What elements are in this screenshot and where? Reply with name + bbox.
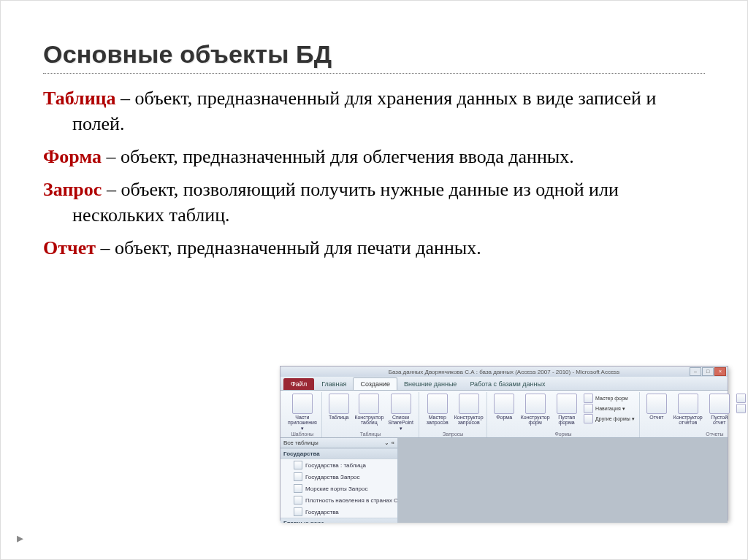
definition-form: Форма – объект, предназначенный для обле… xyxy=(43,144,705,169)
labels-button[interactable]: Наклейки xyxy=(736,404,748,413)
desc-query: – объект, позволяющий получить нужные да… xyxy=(72,179,619,226)
navigation-pane: Все таблицы ⌄ « Государства Государства … xyxy=(280,438,398,523)
app-body: Все таблицы ⌄ « Государства Государства … xyxy=(280,438,728,523)
window-title: База данных Дворянчикова С.А : база данн… xyxy=(389,369,620,375)
navigation-icon xyxy=(584,404,593,413)
form-button[interactable]: Форма xyxy=(492,394,516,420)
definition-report: Отчет – объект, предназначенный для печа… xyxy=(43,235,705,261)
nav-item[interactable]: Плотность населения в странах СНГ xyxy=(280,494,397,506)
ribbon-group-queries: Мастер запросов Конструктор запросов Зап… xyxy=(419,392,487,437)
term-report: Отчет xyxy=(43,237,96,258)
form-design-button[interactable]: Конструктор форм xyxy=(521,394,549,426)
minimize-button[interactable]: – xyxy=(690,367,701,376)
ribbon-group-tables: Таблица Конструктор таблиц Списки ShareP… xyxy=(322,392,420,437)
form-object-icon xyxy=(294,507,302,516)
tab-create[interactable]: Создание xyxy=(353,377,397,390)
more-forms-button[interactable]: Другие формы ▾ xyxy=(584,414,635,423)
table-design-icon xyxy=(359,394,379,414)
query-design-icon xyxy=(459,394,479,414)
slide-body: Таблица – объект, предназначенный для хр… xyxy=(43,85,705,261)
sharepoint-icon xyxy=(391,394,411,414)
nav-item[interactable]: Государства : таблица xyxy=(280,459,397,471)
tab-home[interactable]: Главная xyxy=(315,378,353,390)
slide-nav[interactable]: ▸ xyxy=(17,530,23,546)
desc-table: – объект, предназначенный для хранения д… xyxy=(72,88,656,134)
navpane-header[interactable]: Все таблицы ⌄ « xyxy=(280,438,397,448)
ribbon-group-reports: Отчет Конструктор отчетов Пустой отчет М… xyxy=(640,392,748,437)
table-icon xyxy=(329,394,349,414)
chevron-down-icon: ⌄ « xyxy=(384,440,394,446)
form-wizard-icon xyxy=(584,394,593,403)
nav-item[interactable]: Государства Запрос xyxy=(280,471,397,483)
table-button[interactable]: Таблица xyxy=(327,394,351,420)
more-forms-icon xyxy=(584,414,593,423)
slide: Основные объекты БД Таблица – объект, пр… xyxy=(0,0,748,560)
form-wizard-button[interactable]: Мастер форм xyxy=(584,394,635,403)
window-controls: – □ × xyxy=(690,367,726,376)
slide-title: Основные объекты БД xyxy=(43,40,705,69)
query-wizard-icon xyxy=(427,394,448,414)
labels-icon xyxy=(736,404,746,413)
sharepoint-lists-button[interactable]: Списки SharePoint ▾ xyxy=(387,394,414,431)
blank-form-icon xyxy=(557,394,577,414)
report-wizard-icon xyxy=(736,394,746,403)
desc-form: – объект, предназначенный для облегчения… xyxy=(106,146,573,167)
blank-form-button[interactable]: Пустая форма xyxy=(554,394,579,426)
report-button[interactable]: Отчет xyxy=(644,394,669,420)
window-titlebar: База данных Дворянчикова С.А : база данн… xyxy=(280,367,728,377)
desc-report: – объект, предназначенный для печати дан… xyxy=(100,237,481,258)
access-window: База данных Дворянчикова С.А : база данн… xyxy=(280,366,728,521)
tab-file[interactable]: Файл xyxy=(283,378,314,390)
form-icon xyxy=(494,394,514,414)
query-wizard-button[interactable]: Мастер запросов xyxy=(424,394,451,426)
table-design-button[interactable]: Конструктор таблиц xyxy=(356,394,383,426)
group-title-forms: Формы xyxy=(492,431,635,437)
ribbon-group-forms: Форма Конструктор форм Пустая форма Маст… xyxy=(487,392,640,437)
ribbon: Части приложения ▾ Шаблоны Таблица Конст… xyxy=(280,391,728,438)
query-object-icon xyxy=(294,484,302,493)
next-arrow-icon: ▸ xyxy=(17,531,23,545)
nav-group-states[interactable]: Государства xyxy=(280,448,397,459)
table-object-icon xyxy=(294,461,302,469)
term-table: Таблица xyxy=(43,88,116,109)
nav-item[interactable]: Морские порты Запрос xyxy=(280,483,397,494)
group-title-reports: Отчеты xyxy=(644,431,748,437)
group-title-tables: Таблицы xyxy=(327,431,415,437)
forms-small-buttons: Мастер форм Навигация ▾ Другие формы ▾ xyxy=(584,394,635,423)
blank-report-icon xyxy=(709,394,730,414)
report-design-icon xyxy=(678,394,698,414)
nav-group-rivers[interactable]: Главные реки xyxy=(280,518,397,523)
ribbon-tabs: Файл Главная Создание Внешние данные Раб… xyxy=(280,377,728,391)
maximize-button[interactable]: □ xyxy=(702,367,714,376)
navigation-button[interactable]: Навигация ▾ xyxy=(584,404,635,413)
title-underline xyxy=(43,73,705,74)
ribbon-group-templates: Части приложения ▾ Шаблоны xyxy=(283,392,322,437)
app-parts-button[interactable]: Части приложения ▾ xyxy=(288,394,317,431)
definition-query: Запрос – объект, позволяющий получить ну… xyxy=(43,177,705,228)
workspace xyxy=(398,438,728,523)
query-design-button[interactable]: Конструктор запросов xyxy=(455,394,482,426)
form-design-icon xyxy=(525,394,546,414)
definition-table: Таблица – объект, предназначенный для хр… xyxy=(43,85,705,137)
blank-report-button[interactable]: Пустой отчет xyxy=(707,394,732,426)
query-object-icon xyxy=(294,472,302,481)
term-query: Запрос xyxy=(43,179,102,200)
tab-external-data[interactable]: Внешние данные xyxy=(397,378,463,390)
report-wizard-button[interactable]: Мастер отчетов xyxy=(736,394,748,403)
app-parts-icon xyxy=(292,394,313,414)
report-icon xyxy=(646,394,667,414)
term-form: Форма xyxy=(43,146,102,167)
group-title-queries: Запросы xyxy=(424,431,482,437)
query-object-icon xyxy=(294,496,302,505)
close-button[interactable]: × xyxy=(714,367,726,376)
group-title-templates: Шаблоны xyxy=(288,431,317,437)
nav-item[interactable]: Государства xyxy=(280,506,397,518)
report-design-button[interactable]: Конструктор отчетов xyxy=(673,394,703,426)
reports-small-buttons: Мастер отчетов Наклейки xyxy=(736,394,748,413)
tab-database-tools[interactable]: Работа с базами данных xyxy=(463,378,552,390)
